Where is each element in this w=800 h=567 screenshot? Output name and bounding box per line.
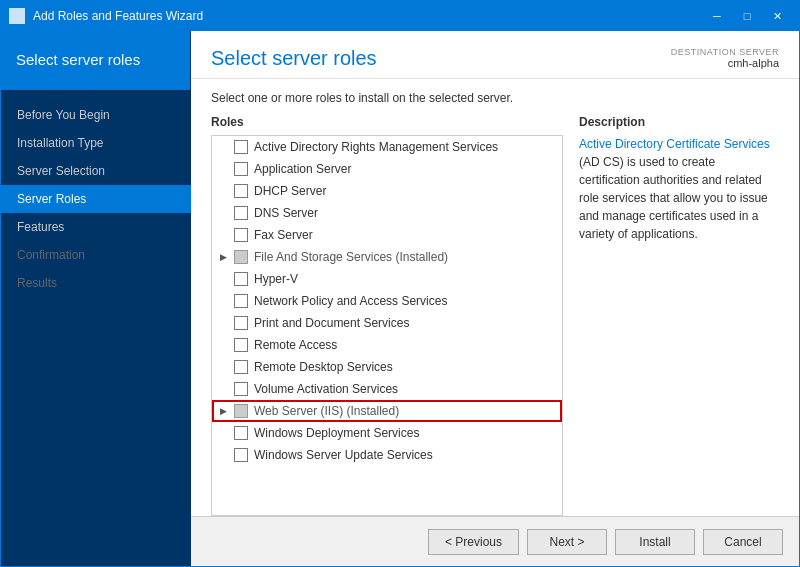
role-name-print-doc: Print and Document Services [254,316,409,330]
sidebar-item-results: Results [1,269,191,297]
checkbox-fax[interactable] [234,228,248,242]
sidebar-item-before-you-begin[interactable]: Before You Begin [1,101,191,129]
role-name-rds: Remote Desktop Services [254,360,393,374]
roles-column-header: Roles [211,115,563,129]
role-name-wds: Windows Deployment Services [254,426,419,440]
instruction-text: Select one or more roles to install on t… [211,91,779,105]
next-button[interactable]: Next > [527,529,607,555]
role-item-dhcp[interactable]: DHCP Server [212,180,562,202]
role-name-wsus: Windows Server Update Services [254,448,433,462]
role-item-print-doc[interactable]: Print and Document Services [212,312,562,334]
window-title: Add Roles and Features Wizard [33,9,203,23]
role-name-web-server: Web Server (IIS) (Installed) [254,404,399,418]
sidebar-nav: Before You Begin Installation Type Serve… [1,91,191,297]
role-name-app-server: Application Server [254,162,351,176]
title-bar-left: Add Roles and Features Wizard [9,8,203,24]
checkbox-dns[interactable] [234,206,248,220]
role-name-dns: DNS Server [254,206,318,220]
checkbox-wds[interactable] [234,426,248,440]
role-name-hyper-v: Hyper-V [254,272,298,286]
destination-server-info: DESTINATION SERVER cmh-alpha [671,47,779,69]
role-item-dns[interactable]: DNS Server [212,202,562,224]
window-controls: ─ □ ✕ [703,6,791,26]
checkbox-wsus[interactable] [234,448,248,462]
checkbox-rds[interactable] [234,360,248,374]
role-name-volume-activation: Volume Activation Services [254,382,398,396]
sidebar-item-installation-type[interactable]: Installation Type [1,129,191,157]
roles-list-container: Active Directory Rights Management Servi… [211,135,563,516]
description-text: Active Directory Certificate Services (A… [579,135,779,243]
checkbox-file-storage[interactable] [234,250,248,264]
description-header: Description [579,115,779,129]
role-item-wsus[interactable]: Windows Server Update Services [212,444,562,466]
sidebar-header: Select server roles [1,31,190,90]
sidebar-title: Select server roles [16,50,140,70]
role-name-dhcp: DHCP Server [254,184,326,198]
role-item-file-storage[interactable]: ▶File And Storage Services (Installed) [212,246,562,268]
title-bar: Add Roles and Features Wizard ─ □ ✕ [1,1,799,31]
sidebar: Select server roles Before You Begin Ins… [1,31,191,566]
description-body: (AD CS) is used to create certification … [579,155,768,241]
role-item-fax[interactable]: Fax Server [212,224,562,246]
role-item-wds[interactable]: Windows Deployment Services [212,422,562,444]
checkbox-remote-access[interactable] [234,338,248,352]
checkbox-hyper-v[interactable] [234,272,248,286]
sidebar-item-server-roles[interactable]: Server Roles [1,185,191,213]
role-item-volume-activation[interactable]: Volume Activation Services [212,378,562,400]
destination-server-label: DESTINATION SERVER [671,47,779,57]
role-name-remote-access: Remote Access [254,338,337,352]
role-name-ad-rms: Active Directory Rights Management Servi… [254,140,498,154]
expand-arrow-web-server[interactable]: ▶ [220,406,232,416]
panel-body: Select one or more roles to install on t… [191,79,799,516]
panel-title: Select server roles [211,47,377,70]
sidebar-item-confirmation: Confirmation [1,241,191,269]
right-panel: Select server roles DESTINATION SERVER c… [191,31,799,566]
role-item-npas[interactable]: Network Policy and Access Services [212,290,562,312]
role-item-app-server[interactable]: Application Server [212,158,562,180]
checkbox-web-server[interactable] [234,404,248,418]
minimize-button[interactable]: ─ [703,6,731,26]
close-button[interactable]: ✕ [763,6,791,26]
checkbox-ad-rms[interactable] [234,140,248,154]
wizard-window: Add Roles and Features Wizard ─ □ ✕ Sele… [0,0,800,567]
checkbox-app-server[interactable] [234,162,248,176]
sidebar-item-features[interactable]: Features [1,213,191,241]
panel-header: Select server roles DESTINATION SERVER c… [191,31,799,79]
role-item-ad-rms[interactable]: Active Directory Rights Management Servi… [212,136,562,158]
maximize-button[interactable]: □ [733,6,761,26]
cancel-button[interactable]: Cancel [703,529,783,555]
checkbox-npas[interactable] [234,294,248,308]
role-name-fax: Fax Server [254,228,313,242]
main-content: Select server roles Before You Begin Ins… [1,31,799,566]
role-name-npas: Network Policy and Access Services [254,294,447,308]
app-icon [9,8,25,24]
install-button[interactable]: Install [615,529,695,555]
role-item-web-server[interactable]: ▶Web Server (IIS) (Installed) [212,400,562,422]
footer: < Previous Next > Install Cancel [191,516,799,566]
role-name-file-storage: File And Storage Services (Installed) [254,250,448,264]
roles-list[interactable]: Active Directory Rights Management Servi… [212,136,562,515]
roles-column: Roles Active Directory Rights Management… [211,115,563,516]
sidebar-item-server-selection[interactable]: Server Selection [1,157,191,185]
expand-arrow-file-storage[interactable]: ▶ [220,252,232,262]
role-item-rds[interactable]: Remote Desktop Services [212,356,562,378]
checkbox-volume-activation[interactable] [234,382,248,396]
role-item-remote-access[interactable]: Remote Access [212,334,562,356]
previous-button[interactable]: < Previous [428,529,519,555]
checkbox-print-doc[interactable] [234,316,248,330]
role-item-hyper-v[interactable]: Hyper-V [212,268,562,290]
panel-columns: Roles Active Directory Rights Management… [211,115,779,516]
checkbox-dhcp[interactable] [234,184,248,198]
description-highlight: Active Directory Certificate Services [579,137,770,151]
server-name: cmh-alpha [671,57,779,69]
description-column: Description Active Directory Certificate… [579,115,779,516]
